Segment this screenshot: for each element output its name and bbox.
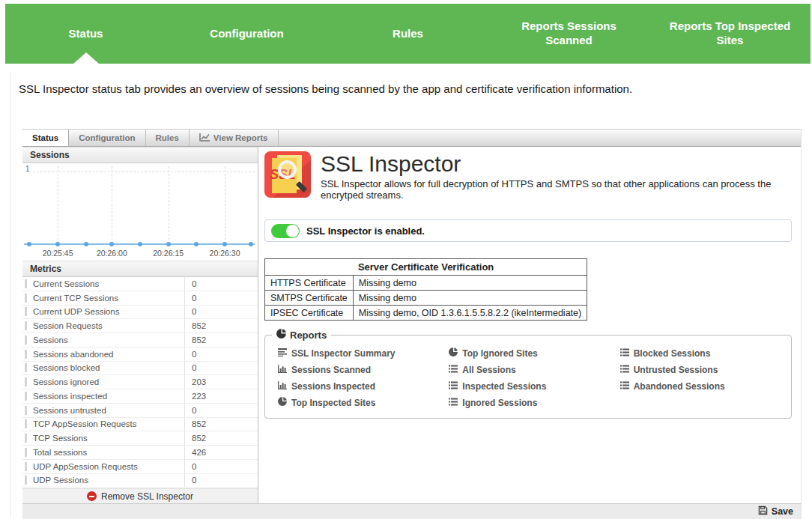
nav-tab-label: Reports Top Inspected Sites [667,19,794,48]
metric-row: Current UDP Sessions0 [22,306,258,320]
nav-tab-reports-top-inspected-sites[interactable]: Reports Top Inspected Sites [649,4,811,64]
server-certificate-table: Server Certificate Verification HTTPS Ce… [264,258,587,321]
power-toggle[interactable] [271,224,300,238]
report-links-column-2: Top Ignored Sites All Sessions Inspected… [449,347,619,409]
chart-x-tick: 20:25:45 [43,249,73,258]
panel-main: Sessions 1 [22,147,801,503]
chart-v-gridline [112,166,112,243]
chart-v-gridline [169,166,169,243]
tab-view-reports[interactable]: View Reports [190,130,279,146]
bar-chart-icon [278,381,287,392]
sessions-panel-header: Sessions [22,147,258,163]
app-header-text: SSL Inspector SSL Inspector allows for f… [321,151,792,201]
report-links: SSL Inspector Summary Sessions Scanned S… [278,347,791,409]
tab-status[interactable]: Status [22,130,69,146]
nav-tab-status[interactable]: Status [5,4,166,64]
chart-point [194,242,199,246]
chart-x-tick: 20:26:15 [153,249,184,258]
report-link-ssl-inspector-summary[interactable]: SSL Inspector Summary [278,347,449,359]
power-status-box: SSL Inspector is enabled. [264,219,792,242]
nav-tab-reports-sessions-scanned[interactable]: Reports Sessions Scanned [488,4,649,64]
tab-label: Rules [156,133,179,142]
metric-row: Total sessions426 [22,446,258,460]
toggle-knob [286,225,299,237]
metric-row: Sessions untrusted0 [22,404,258,418]
top-nav: Status Configuration Rules Reports Sessi… [5,4,811,64]
report-link-ignored-sessions[interactable]: Ignored Sessions [449,396,619,409]
list-icon [449,365,458,375]
table-row: IPSEC Certificate Missing demo, OID 1.3.… [265,306,587,321]
report-link-untrusted-sessions[interactable]: Untrusted Sessions [620,363,791,376]
tab-label: Status [32,133,58,142]
app-tabbar: Status Configuration Rules View Reports [22,129,801,147]
magnifier-lens-icon [278,160,297,179]
metrics-panel-header: Metrics [22,261,258,277]
app-panel: Status Configuration Rules View Reports … [22,129,802,519]
report-link-inspected-sessions[interactable]: Inspected Sessions [449,380,619,392]
save-button[interactable]: Save [758,506,793,518]
sidebar: Sessions 1 [22,147,258,503]
list-icon [620,365,629,375]
bar-chart-icon [278,365,287,375]
chart-point [249,242,253,246]
line-chart-icon [199,133,210,143]
list-icon [449,398,458,408]
chart-v-gridline [225,166,225,243]
metric-row: Sessions blocked0 [22,362,258,376]
report-links-column-3: Blocked Sessions Untrusted Sessions Aban… [620,347,791,409]
chart-point [109,242,114,246]
pie-chart-icon [278,397,287,408]
chart-y-tick: 1 [25,165,30,173]
nav-tab-configuration[interactable]: Configuration [166,4,327,64]
metric-row: Sessions852 [22,333,258,347]
chart-point [138,242,142,246]
report-link-sessions-scanned[interactable]: Sessions Scanned [278,363,449,376]
tab-label: View Reports [213,133,268,142]
report-link-top-ignored-sites[interactable]: Top Ignored Sites [449,347,619,359]
list-icon [620,381,629,392]
report-link-sessions-inspected[interactable]: Sessions Inspected [278,380,449,392]
status-content: SSL SSL Inspector SSL Inspector allows f… [258,147,801,503]
tab-configuration[interactable]: Configuration [69,130,145,146]
cert-table-title: Server Certificate Verification [265,259,587,276]
chart-v-gridline [58,166,58,243]
list-icon [620,348,629,359]
list-icon [449,381,458,392]
table-header-row: Server Certificate Verification [265,259,587,276]
metric-row: Sessions inspected223 [22,389,258,404]
table-row: HTTPS Certificate Missing demo [265,276,587,291]
power-status-label: SSL Inspector is enabled. [306,225,425,237]
reports-legend-label: Reports [290,330,327,341]
report-link-all-sessions[interactable]: All Sessions [449,363,619,376]
metric-row: UDP Sessions0 [22,474,258,488]
metric-row: UDP AppSession Requests0 [22,460,258,474]
nav-tab-label: Configuration [210,27,283,41]
metric-row: TCP Sessions852 [22,431,258,446]
pie-chart-icon [449,347,458,359]
report-summary-icon [278,348,287,359]
remove-button-label: Remove SSL Inspector [101,491,193,502]
tab-label: Configuration [79,133,135,142]
reports-legend: Reports [272,329,331,341]
reports-fieldset: Reports SSL Inspector Summary Sessions S… [264,335,792,419]
active-tab-pointer [73,52,99,64]
remove-ssl-inspector-button[interactable]: Remove SSL Inspector [22,488,258,503]
chart-point [166,242,171,246]
metrics-table: Current Sessions0 Current TCP Sessions0 … [22,277,258,488]
chart-point [84,242,88,246]
table-row: SMTPS Certificate Missing demo [265,291,587,306]
nav-tab-rules[interactable]: Rules [327,4,488,64]
app-subtitle: SSL Inspector allows for full decryption… [321,178,792,201]
pie-chart-icon [276,329,286,341]
chart-point [222,242,227,246]
chart-x-tick: 20:26:30 [210,249,240,258]
save-button-label: Save [772,506,793,517]
remove-minus-icon [87,491,97,501]
metric-row: Current TCP Sessions0 [22,291,258,306]
tab-rules[interactable]: Rules [146,130,190,146]
metric-row: Session Requests852 [22,319,258,333]
report-link-blocked-sessions[interactable]: Blocked Sessions [620,347,791,359]
footer-bar: Save [22,503,801,519]
report-link-top-inspected-sites[interactable]: Top Inspected Sites [278,396,449,409]
report-link-abandoned-sessions[interactable]: Abandoned Sessions [620,380,791,392]
